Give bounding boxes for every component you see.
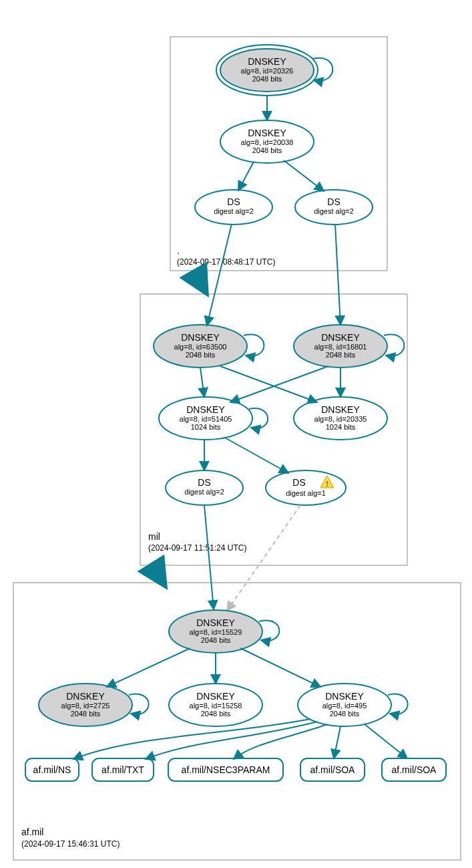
edge-k3-txt (146, 722, 317, 759)
edge-root-to-mil-zone (194, 271, 207, 294)
node-af-k3: DNSKEY alg=8, id=495 2048 bits (298, 684, 391, 726)
svg-text:DS: DS (198, 477, 210, 488)
edge-rootzsk-ds2 (284, 160, 324, 191)
zone-afmil-ts: (2024-09-17 15:46:31 UTC) (21, 839, 120, 849)
svg-text:2048 bits: 2048 bits (330, 710, 360, 718)
node-mil-ksk1: DNSKEY alg=8, id=63500 2048 bits (154, 325, 247, 368)
svg-text:DNSKEY: DNSKEY (66, 691, 105, 702)
svg-text:2048 bits: 2048 bits (326, 351, 356, 359)
node-root-ds2: DS digest alg=2 (295, 190, 373, 225)
node-mil-ds1: DS digest alg=2 (166, 470, 243, 505)
svg-text:af.mil/TXT: af.mil/TXT (101, 764, 144, 775)
svg-text:af.mil/SOA: af.mil/SOA (392, 764, 437, 775)
svg-text:alg=8, id=63500: alg=8, id=63500 (174, 343, 227, 351)
svg-text:alg=8, id=15529: alg=8, id=15529 (190, 628, 242, 636)
rr-soa2: af.mil/SOA (382, 758, 446, 781)
node-af-k1: DNSKEY alg=8, id=2725 2048 bits (39, 684, 132, 726)
svg-text:digest alg=1: digest alg=1 (286, 489, 326, 497)
edge-milds1-afksk (204, 505, 214, 609)
edge-milksk1-milzsk2 (220, 366, 317, 402)
rr-nsec3param: af.mil/NSEC3PARAM (168, 758, 283, 781)
node-root-ds1: DS digest alg=2 (195, 190, 272, 225)
edge-ds2-milksk2 (335, 225, 340, 325)
svg-text:alg=8, id=20326: alg=8, id=20326 (241, 67, 294, 75)
svg-text:DNSKEY: DNSKEY (196, 691, 235, 702)
node-mil-zsk2: DNSKEY alg=8, id=20335 1024 bits (294, 397, 387, 440)
edge-milds2-afksk-dashed (227, 505, 300, 611)
svg-text:DNSKEY: DNSKEY (321, 332, 360, 343)
node-root-ksk: DNSKEY alg=8, id=20326 2048 bits (216, 45, 318, 96)
svg-text:digest alg=2: digest alg=2 (214, 207, 254, 215)
svg-text:digest alg=2: digest alg=2 (184, 488, 224, 496)
svg-text:DNSKEY: DNSKEY (181, 332, 220, 343)
edge-afksk-k3 (240, 648, 320, 687)
svg-text:2048 bits: 2048 bits (201, 636, 231, 644)
svg-text:2048 bits: 2048 bits (252, 75, 282, 83)
svg-text:DNSKEY: DNSKEY (325, 691, 364, 702)
svg-text:DNSKEY: DNSKEY (248, 128, 286, 138)
svg-text:alg=8, id=20335: alg=8, id=20335 (314, 415, 367, 423)
svg-text:DS: DS (292, 477, 305, 488)
svg-text:2048 bits: 2048 bits (71, 710, 101, 718)
zone-afmil-name: af.mil (21, 827, 43, 837)
zone-root-name: . (177, 245, 180, 256)
zone-mil-ts: (2024-09-17 11:51:24 UTC) (148, 543, 246, 553)
edge-afksk-k1 (107, 648, 190, 687)
svg-text:2048 bits: 2048 bits (252, 146, 282, 154)
edge-rootzsk-ds1 (238, 162, 254, 190)
rr-soa1: af.mil/SOA (300, 758, 365, 781)
svg-text:DS: DS (327, 196, 340, 207)
svg-text:DNSKEY: DNSKEY (186, 404, 225, 415)
svg-text:af.mil/SOA: af.mil/SOA (310, 764, 356, 775)
node-af-ksk: DNSKEY alg=8, id=15529 2048 bits (169, 610, 262, 653)
svg-text:alg=8, id=2725: alg=8, id=2725 (61, 702, 110, 710)
svg-text:DNSKEY: DNSKEY (196, 617, 235, 628)
edge-milksk2-milzsk1 (230, 366, 328, 402)
rr-txt: af.mil/TXT (92, 758, 154, 781)
edge-milzsk1-ds2 (224, 437, 288, 473)
svg-text:alg=8, id=16801: alg=8, id=16801 (314, 343, 367, 351)
node-root-zsk: DNSKEY alg=8, id=20038 2048 bits (220, 120, 314, 163)
svg-text:DS: DS (227, 196, 240, 207)
svg-text:alg=8, id=15258: alg=8, id=15258 (190, 702, 242, 710)
svg-text:af.mil/NSEC3PARAM: af.mil/NSEC3PARAM (182, 764, 270, 775)
svg-text:DNSKEY: DNSKEY (248, 56, 286, 67)
node-mil-ksk2: DNSKEY alg=8, id=16801 2048 bits (294, 325, 387, 368)
svg-text:alg=8, id=20038: alg=8, id=20038 (241, 138, 294, 146)
svg-text:alg=8, id=51405: alg=8, id=51405 (180, 415, 232, 423)
svg-text:2048 bits: 2048 bits (201, 710, 231, 718)
zone-root-ts: (2024-09-17 08:48:17 UTC) (177, 257, 275, 267)
svg-text:2048 bits: 2048 bits (186, 351, 216, 359)
svg-text:!: ! (326, 480, 328, 488)
edge-ds1-milksk1 (207, 224, 232, 325)
svg-text:1024 bits: 1024 bits (191, 423, 221, 431)
node-mil-zsk1: DNSKEY alg=8, id=51405 1024 bits (159, 397, 252, 440)
svg-text:af.mil/NS: af.mil/NS (33, 764, 71, 775)
node-af-k2: DNSKEY alg=8, id=15258 2048 bits (169, 684, 262, 726)
zone-mil-name: mil (148, 531, 160, 542)
svg-text:1024 bits: 1024 bits (326, 423, 356, 431)
rr-ns: af.mil/NS (25, 758, 79, 781)
edge-milksk1-milzsk1 (200, 368, 204, 397)
svg-text:DNSKEY: DNSKEY (321, 404, 360, 415)
svg-text:digest alg=2: digest alg=2 (314, 207, 354, 215)
edge-k3-soa1 (334, 726, 340, 758)
edge-mil-to-afmil-zone (152, 565, 166, 587)
svg-text:alg=8, id=495: alg=8, id=495 (322, 702, 367, 710)
edge-k3-soa2 (364, 724, 407, 758)
edge-k3-ns (73, 719, 310, 759)
